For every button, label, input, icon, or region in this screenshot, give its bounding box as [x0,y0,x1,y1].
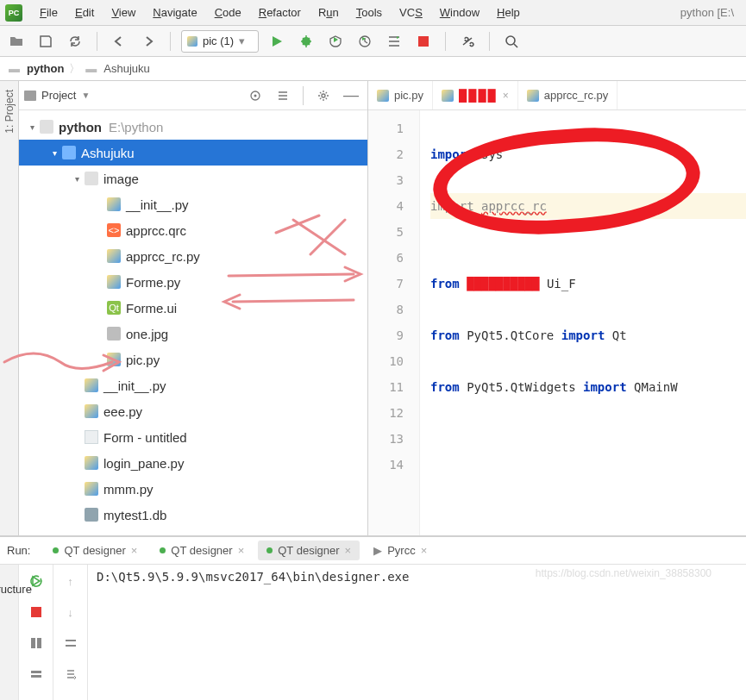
forward-icon[interactable] [137,30,160,53]
svg-point-5 [254,94,257,97]
chevron-right-icon: 〉 [69,61,80,77]
up-icon[interactable]: ↑ [60,570,82,592]
gear-icon[interactable] [312,84,335,107]
menu-view[interactable]: View [103,3,144,22]
tree-file[interactable]: apprcc_rc.py [19,243,367,269]
breadcrumb-child[interactable]: Ashujuku [103,62,149,75]
tree-file[interactable]: Form - untitled [19,424,367,450]
tree-label: login_pane.py [103,456,184,471]
menu-edit[interactable]: Edit [66,3,103,22]
tree-file[interactable]: Forme.py [19,269,367,295]
menu-tools[interactable]: Tools [348,3,391,22]
close-icon[interactable]: × [421,544,428,557]
profile-icon[interactable] [354,30,376,53]
down-icon[interactable]: ↓ [60,601,82,623]
tree-file[interactable]: login_pane.py [19,450,367,476]
run-tab-label: Pyrcc [387,544,416,557]
tree-folder-image[interactable]: ▾ image [19,166,367,191]
separator [303,86,304,105]
python-file-icon [107,249,121,263]
run-output[interactable]: D:\Qt5.9\5.9.9\msvc2017_64\bin\designer.… [88,565,746,700]
menu-help[interactable]: Help [488,3,529,22]
minimize-icon[interactable]: — [340,84,362,107]
tree-label: Form - untitled [103,430,187,445]
tree-folder-ashujuku[interactable]: ▾ Ashujuku [19,140,367,166]
close-icon[interactable]: × [503,90,509,102]
run-controls-col1 [19,565,53,700]
debug-icon[interactable] [295,30,317,53]
svg-point-3 [506,36,515,45]
close-icon[interactable]: × [131,544,138,557]
stop-icon[interactable] [412,30,435,53]
menu-window[interactable]: Window [431,3,488,22]
close-icon[interactable]: × [345,544,352,557]
tree-file[interactable]: <>apprcc.qrc [19,217,367,243]
menu-run[interactable]: Run [310,3,348,22]
rerun-icon[interactable] [25,570,47,592]
run-tab[interactable]: QT designer× [258,541,360,560]
left-tool-strip: 1: Project [0,81,19,535]
tree-label: Forme.py [126,275,180,290]
stop-icon[interactable] [25,601,47,623]
run-tab[interactable]: ▶Pyrcc× [365,541,436,560]
concurrency-icon[interactable] [383,30,405,53]
target-icon[interactable] [244,84,266,107]
tab-label: ████ [459,89,498,102]
run-tab[interactable]: QT designer× [44,541,146,560]
tree-file[interactable]: pic.py [19,347,367,372]
svg-rect-11 [31,675,41,678]
menu-vcs[interactable]: VCS [391,3,431,22]
pin-icon[interactable] [25,663,47,685]
menu-file[interactable]: File [31,3,66,22]
wrap-icon[interactable] [60,632,82,654]
sync-icon[interactable] [64,30,86,53]
coverage-icon[interactable] [324,30,347,53]
tree-file[interactable]: mmm.py [19,476,367,502]
breadcrumb-root[interactable]: python [27,62,64,75]
app-logo-icon: PC [5,4,22,22]
menu-navigate[interactable]: Navigate [144,3,205,22]
tree-file[interactable]: mytest1.db [19,502,367,528]
editor-tab[interactable]: pic.py [368,81,433,109]
collapse-all-icon[interactable] [272,84,294,107]
tree-file[interactable]: __init__.py [19,372,367,398]
editor-gutter: 123 456 789 101112 1314 [368,110,420,535]
tree-root[interactable]: ▾ python E:\python [19,114,367,140]
svg-rect-8 [31,638,35,648]
menu-code[interactable]: Code [206,3,250,22]
svg-rect-9 [37,638,41,648]
project-panel-header: Project ▼ — [19,81,367,110]
tab-label: pic.py [394,89,423,102]
settings-icon[interactable] [456,30,479,53]
svg-point-6 [322,94,325,97]
back-icon[interactable] [108,30,130,53]
project-panel-title[interactable]: Project [41,89,76,102]
tree-label: mytest1.db [103,508,166,522]
run-config-selector[interactable]: pic (1) ▾ [181,30,259,53]
svg-rect-12 [66,640,76,641]
search-icon[interactable] [500,30,523,53]
svg-rect-2 [418,36,429,47]
code-area[interactable]: import sys import apprcc_rc from ███████… [420,110,746,535]
tree-file[interactable]: QtForme.ui [19,295,367,321]
editor-tab[interactable]: apprcc_rc.py [518,81,617,109]
open-icon[interactable] [5,30,28,53]
tree-file[interactable]: __init__.py [19,191,367,217]
project-tree[interactable]: ▾ python E:\python ▾ Ashujuku ▾ image __… [19,110,367,535]
close-icon[interactable]: × [238,544,245,557]
layout-icon[interactable] [25,632,47,654]
menu-refactor[interactable]: Refactor [250,3,310,22]
python-file-icon [85,482,98,496]
tree-file[interactable]: eee.py [19,398,367,424]
chevron-down-icon[interactable]: ▼ [81,91,90,100]
run-icon[interactable] [266,30,288,53]
editor-body[interactable]: 123 456 789 101112 1314 import sys impor… [368,110,746,535]
separator [489,32,490,51]
editor-tab[interactable]: ████× [433,81,518,109]
run-controls-col2: ↑ ↓ [53,565,88,700]
tree-file[interactable]: one.jpg [19,321,367,347]
tool-tab-project[interactable]: 1: Project [2,86,17,137]
run-tab[interactable]: QT designer× [151,541,253,560]
scroll-to-end-icon[interactable] [60,663,82,685]
save-all-icon[interactable] [34,30,57,53]
